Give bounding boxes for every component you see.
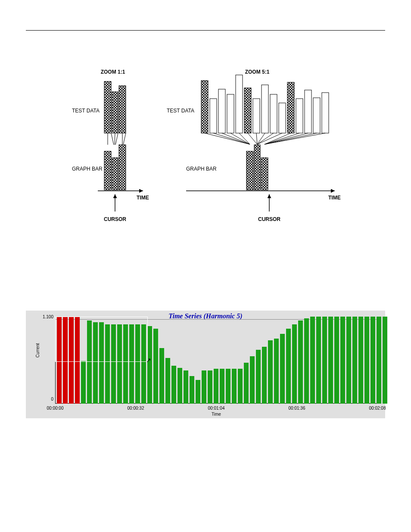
chart-bar	[135, 324, 140, 404]
svg-rect-10	[104, 151, 111, 190]
x-tick: 00:00:00	[47, 406, 64, 411]
chart-bar	[328, 317, 333, 404]
top-rule	[26, 30, 385, 31]
svg-line-33	[222, 133, 250, 144]
chart-bar	[208, 370, 212, 404]
svg-line-44	[265, 133, 317, 144]
chart-bar	[292, 324, 297, 404]
cursor-label-right: CURSOR	[258, 216, 280, 222]
svg-line-37	[256, 133, 257, 144]
chart-bar	[304, 318, 309, 404]
svg-rect-29	[313, 98, 320, 133]
chart-bar	[141, 324, 146, 404]
x-tick: 00:00:32	[128, 406, 144, 411]
chart-bar	[184, 370, 188, 404]
svg-rect-19	[227, 94, 234, 133]
x-tick: 00:01:04	[208, 406, 225, 411]
svg-line-36	[248, 133, 257, 144]
cursor-label-left: CURSOR	[104, 216, 126, 222]
chart-bar	[371, 317, 375, 404]
svg-rect-28	[305, 90, 311, 133]
chart-bar	[232, 369, 237, 404]
y-tick: 0	[51, 397, 55, 401]
svg-line-6	[115, 133, 115, 145]
chart-bar	[159, 348, 164, 404]
chart-bar	[286, 329, 291, 404]
chart-bar	[244, 363, 249, 404]
chart-bar	[87, 320, 92, 404]
svg-rect-22	[253, 99, 260, 133]
zoom-diagrams: ZOOM 1:1 TEST DATA GRAPH BAR TIME CURSOR	[26, 65, 385, 237]
chart-bar	[63, 317, 68, 404]
chart-bar	[352, 317, 357, 404]
chart-bar	[298, 320, 303, 404]
chart-bar	[346, 317, 351, 404]
diagram-zoom-1-1: ZOOM 1:1 TEST DATA GRAPH BAR TIME CURSOR	[68, 65, 154, 237]
chart-bar	[256, 350, 261, 404]
y-tick: 1.100	[43, 314, 55, 319]
chart-bar	[75, 317, 80, 404]
chart-bar	[280, 334, 285, 404]
chart-bar	[153, 329, 158, 404]
chart-bar	[129, 324, 134, 404]
svg-rect-30	[322, 93, 329, 133]
chart-bar	[226, 369, 230, 404]
svg-rect-2	[112, 92, 118, 133]
svg-line-9	[123, 133, 126, 145]
x-tick: 00:01:36	[289, 406, 305, 411]
chart-bar	[358, 317, 363, 404]
svg-rect-17	[210, 99, 217, 133]
chart-bar	[340, 317, 345, 404]
chart-bar	[196, 380, 200, 404]
svg-rect-24	[270, 94, 277, 133]
svg-rect-48	[261, 158, 268, 190]
chart-bar	[93, 322, 98, 404]
graph-bar-label-right: GRAPH BAR	[186, 166, 217, 172]
chart-bar	[383, 317, 387, 404]
svg-line-31	[205, 133, 250, 144]
svg-line-5	[111, 133, 114, 145]
chart-bars	[55, 317, 377, 404]
svg-rect-11	[112, 158, 118, 190]
svg-rect-21	[244, 88, 251, 133]
chart-bar	[190, 376, 194, 404]
chart-bar	[262, 347, 267, 404]
svg-rect-20	[236, 75, 243, 133]
graph-bar-label-left: GRAPH BAR	[72, 166, 103, 172]
x-tick: 00:02:08	[369, 406, 386, 411]
time-label-left: TIME	[137, 195, 149, 201]
diagram-zoom-5-1: ZOOM 5:1 TEST DATA GRAPH BAR TIME CURSOR	[162, 65, 343, 237]
chart-bar	[57, 317, 62, 404]
chart-bar	[220, 369, 224, 404]
svg-rect-12	[119, 145, 126, 190]
chart-bar	[202, 370, 206, 404]
x-axis-label: Time	[55, 412, 377, 417]
chart-bar	[214, 369, 218, 404]
zoom-title-right: ZOOM 5:1	[245, 69, 270, 75]
chart-bar	[111, 324, 116, 404]
chart-bar	[69, 317, 74, 404]
chart-bar	[322, 317, 327, 404]
chart-bar	[177, 368, 182, 404]
test-data-label-left: TEST DATA	[72, 108, 100, 114]
chart-bar	[250, 356, 255, 404]
test-data-label-right: TEST DATA	[167, 108, 194, 114]
svg-rect-23	[262, 85, 268, 133]
chart-bar	[123, 324, 128, 404]
chart-bar	[165, 358, 170, 404]
svg-rect-27	[296, 99, 303, 133]
chart-bar	[171, 366, 176, 404]
svg-line-45	[265, 133, 325, 144]
chart-plot-area[interactable]: Current Time ↖ 0 1.100 00:00:0000:00:320…	[55, 317, 377, 416]
svg-rect-1	[104, 81, 111, 133]
svg-rect-26	[287, 82, 294, 133]
svg-rect-18	[218, 89, 225, 133]
y-axis-label: Current	[35, 343, 40, 358]
chart-bar	[316, 317, 321, 404]
time-label-right: TIME	[328, 195, 341, 201]
chart-bar	[117, 324, 122, 404]
chart-bar	[274, 339, 279, 404]
chart-bar	[364, 317, 369, 404]
svg-rect-25	[279, 103, 286, 133]
chart-bar	[105, 324, 110, 404]
